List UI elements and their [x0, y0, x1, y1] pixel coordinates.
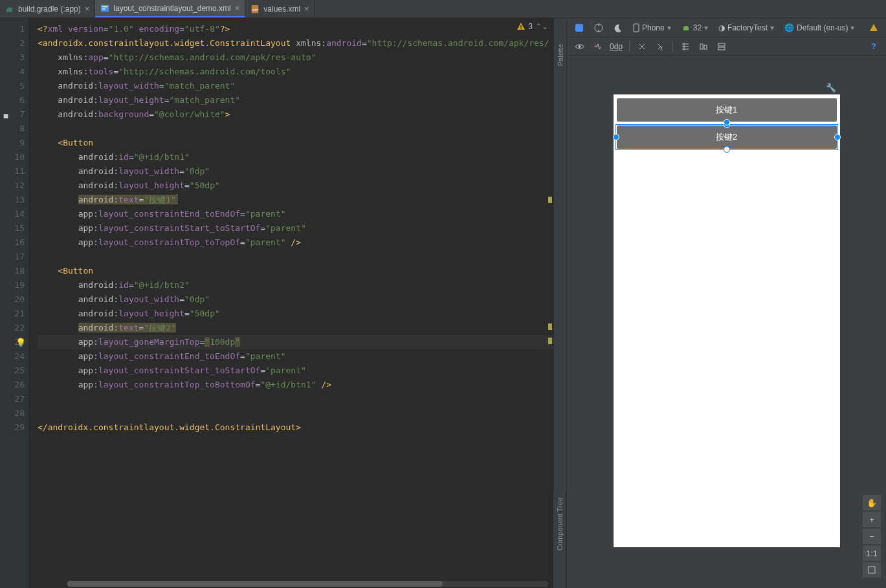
text-caret — [177, 194, 177, 204]
gradle-icon — [5, 5, 14, 14]
svg-rect-9 — [521, 25, 522, 28]
default-margin-dropdown[interactable]: 0dp — [607, 39, 625, 54]
constraint-handle-bottom-btn1[interactable] — [724, 119, 730, 125]
svg-rect-13 — [634, 24, 639, 32]
locale-dropdown[interactable]: 🌐Default (en-us)▾ — [781, 20, 858, 36]
pan-button[interactable]: ✋ — [863, 495, 881, 510]
svg-rect-19 — [718, 47, 725, 50]
palette-label: Palette — [557, 44, 564, 66]
bookmark-icon[interactable]: ◼ — [2, 109, 8, 115]
design-surface-button[interactable] — [571, 20, 588, 36]
theme-icon: ◑ — [718, 23, 725, 32]
xml-file-icon: xml — [250, 5, 260, 14]
api-dropdown[interactable]: 32▾ — [678, 20, 712, 36]
tab-label: values.xml — [263, 5, 300, 14]
line-gutter: 123 456 789 101112 131415 161718 192021 … — [0, 18, 28, 588]
zoom-reset-button[interactable] — [863, 562, 881, 578]
tools-wrench-icon[interactable]: 🔧 — [826, 83, 836, 93]
infer-constraints-button[interactable] — [652, 39, 669, 54]
design-preview-pane: Phone▾ 32▾ ◑FactoryTest▾ 🌐Default (en-us… — [566, 18, 886, 588]
svg-rect-17 — [704, 45, 707, 49]
design-toolbar-secondary: 0dp ? — [567, 38, 886, 56]
svg-rect-18 — [718, 43, 725, 46]
warning-icon — [516, 22, 526, 31]
android-icon — [681, 23, 691, 32]
device-dropdown[interactable]: Phone▾ — [629, 20, 675, 36]
pack-button[interactable] — [713, 39, 730, 54]
close-icon[interactable]: × — [235, 3, 240, 13]
autoconnect-button[interactable] — [589, 39, 606, 54]
svg-rect-10 — [521, 28, 522, 29]
svg-rect-1 — [102, 6, 108, 7]
tab-values-xml[interactable]: xml values.xml × — [245, 0, 315, 17]
design-canvas[interactable]: 🔧 按键1 按键2 ✋ + − 1:1 — [567, 56, 886, 588]
svg-text:xml: xml — [252, 6, 259, 11]
theme-dropdown[interactable]: ◑FactoryTest▾ — [714, 20, 778, 36]
preview-button-2[interactable]: 按键2 — [617, 125, 837, 149]
guidelines-button[interactable] — [677, 39, 694, 54]
align-button[interactable] — [695, 39, 712, 54]
svg-rect-2 — [102, 8, 105, 10]
horizontal-scrollbar[interactable] — [67, 581, 548, 587]
svg-rect-16 — [700, 44, 703, 49]
tab-label: layout_constraintlayout_demo.xml — [113, 4, 230, 13]
night-mode-button[interactable] — [610, 20, 626, 36]
problems-indicator[interactable]: 3 ⌃⌄ — [516, 22, 548, 31]
warning-stripe[interactable] — [548, 197, 552, 203]
code-editor[interactable]: 3 ⌃⌄ <?xml version="1.0" encoding="utf-8… — [28, 18, 553, 588]
svg-rect-11 — [575, 24, 583, 32]
component-tree-toolwindow-tab[interactable]: Component Tree — [553, 491, 566, 588]
zoom-fit-button[interactable]: 1:1 — [863, 545, 881, 561]
chevron-up-down-icon[interactable]: ⌃⌄ — [535, 22, 548, 31]
svg-point-14 — [579, 45, 581, 48]
tab-layout-xml[interactable]: layout_constraintlayout_demo.xml × — [95, 0, 245, 17]
warning-stripe[interactable] — [548, 338, 552, 344]
component-tree-label: Component Tree — [556, 497, 564, 550]
preview-button-1[interactable]: 按键1 — [617, 98, 837, 122]
svg-rect-20 — [869, 567, 875, 573]
close-icon[interactable]: × — [304, 4, 309, 14]
tab-label: build.gradle (:app) — [18, 5, 81, 14]
zoom-out-button[interactable]: − — [863, 528, 881, 544]
intention-bulb-icon[interactable]: 💡 — [16, 336, 22, 342]
phone-icon — [633, 23, 639, 32]
globe-icon: 🌐 — [784, 23, 794, 32]
zoom-in-button[interactable]: + — [863, 512, 881, 527]
clear-constraints-button[interactable] — [634, 39, 650, 54]
warning-stripe[interactable] — [548, 323, 552, 330]
design-toolbar: Phone▾ 32▾ ◑FactoryTest▾ 🌐Default (en-us… — [567, 18, 886, 38]
tab-build-gradle[interactable]: build.gradle (:app) × — [0, 0, 95, 17]
xml-layout-icon — [100, 4, 109, 13]
editor-tabs: build.gradle (:app) × layout_constraintl… — [0, 0, 886, 18]
view-options-button[interactable] — [571, 39, 588, 54]
device-frame: 🔧 按键1 按键2 — [614, 94, 840, 547]
close-icon[interactable]: × — [85, 4, 90, 14]
orientation-button[interactable] — [590, 20, 607, 36]
help-button[interactable]: ? — [865, 39, 882, 54]
code-editor-pane: 123 456 789 101112 131415 161718 192021 … — [0, 18, 553, 588]
issues-button[interactable] — [865, 20, 882, 36]
zoom-controls: ✋ + − 1:1 — [863, 495, 881, 578]
